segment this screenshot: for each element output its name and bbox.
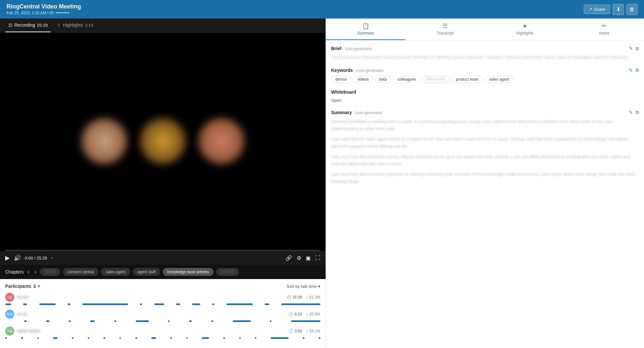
summary-para-1: Luke said that the sales agent would do … — [331, 136, 639, 150]
talk-track-2 — [5, 320, 320, 322]
chapter-chip-5[interactable]: •••••••••• — [216, 268, 239, 276]
participant-time-2: 🕐 6:29 — [288, 312, 302, 316]
header: RingCentral Video Meeting Feb 25, 2023, … — [0, 0, 644, 19]
download-icon: ⬇ — [616, 6, 621, 12]
participant-info-1: LB ••• •••• 🕐 15:38 ○ 61.3% — [5, 293, 320, 302]
participant-row: NW ••• ••• 🕐 6:29 ○ 25.5% — [5, 310, 320, 322]
keywords-actions: ✎ ⧉ — [629, 67, 639, 73]
brief-actions: ✎ ⧉ — [629, 46, 639, 51]
download-button[interactable]: ⬇ — [613, 4, 624, 15]
chapter-chip-4[interactable]: knowledge base articles — [163, 268, 214, 276]
keywords-copy-button[interactable]: ⧉ — [636, 67, 639, 73]
play-icon: ▶ — [5, 254, 10, 261]
tab-transcript[interactable]: ☰ Transcript — [405, 19, 485, 40]
circle-icon-2: ○ — [306, 312, 308, 316]
participants-dropdown[interactable]: ▾ — [38, 284, 40, 288]
notes-tab-label: Notes — [599, 31, 609, 35]
chapters-label: Chapters — [5, 269, 24, 274]
link-icon: 🔗 — [286, 255, 292, 261]
highlights-tab-label: Highlights — [63, 22, 83, 28]
brief-section: Brief Auto-generated ✎ ⧉ The participant… — [331, 46, 639, 61]
brief-text: The participants discussed several produ… — [331, 54, 639, 61]
summary-section: Summary Auto-generated ✎ ⧉ Thomas schedu… — [331, 110, 639, 185]
video-title-blurred: • — [51, 256, 282, 261]
talk-track-1 — [5, 303, 320, 305]
brief-header: Brief Auto-generated ✎ ⧉ — [331, 46, 639, 51]
right-panel: 📋 Summary ☰ Transcript ★ Highlights ✏ No… — [326, 19, 644, 348]
avatar-2 — [140, 118, 186, 164]
avatar-1 — [81, 118, 127, 164]
tab-bar: ⊡ Recording 25:29 ☆ Highlights 3:13 — [0, 19, 326, 33]
play-button[interactable]: ▶ — [5, 254, 10, 261]
chapter-next[interactable]: › — [33, 269, 37, 275]
sort-chevron-icon: ▾ — [318, 284, 320, 289]
pip-icon: ▣ — [306, 255, 311, 261]
clock-icon-2: 🕐 — [288, 312, 293, 316]
whiteboard-open-link[interactable]: Open — [331, 98, 342, 103]
share-icon: ↗ — [589, 7, 592, 12]
trash-icon: 🗑 — [629, 7, 635, 12]
summary-tab-icon: 📋 — [362, 22, 369, 30]
keyword-chip-2: beta — [375, 76, 391, 83]
clock-icon-1: 🕐 — [287, 295, 291, 300]
gear-icon: ⚙ — [297, 255, 301, 261]
tab-highlights[interactable]: ★ Highlights — [485, 19, 565, 40]
header-actions: ↗ Share ⬇ 🗑 — [584, 4, 637, 15]
tab-summary[interactable]: 📋 Summary — [326, 19, 405, 40]
circle-icon-1: ○ — [306, 295, 308, 300]
link-button[interactable]: 🔗 — [286, 255, 292, 261]
summary-actions: ✎ ⧉ — [629, 110, 639, 115]
pip-button[interactable]: ▣ — [306, 255, 311, 261]
highlights-tab-duration: 3:13 — [85, 23, 93, 28]
tab-notes[interactable]: ✏ Notes — [565, 19, 644, 40]
recording-tab-icon: ⊡ — [8, 22, 12, 28]
keywords-edit-button[interactable]: ✎ — [629, 67, 633, 73]
participant-avatar-1: LB — [5, 293, 14, 302]
participant-pct-3: ○ 15.1% — [306, 329, 320, 333]
participant-left-2: NW ••• ••• — [5, 310, 27, 319]
participant-stats-1: 🕐 15:38 ○ 61.3% — [287, 295, 320, 300]
participant-stats-2: 🕐 6:29 ○ 25.5% — [288, 312, 320, 316]
right-tabs: 📋 Summary ☰ Transcript ★ Highlights ✏ No… — [326, 19, 644, 40]
video-controls: ▶ 🔊 0:00 / 25:29 • 🔗 ⚙ ▣ — [0, 251, 326, 265]
chapter-chip-2[interactable]: sales agent — [101, 268, 130, 276]
summary-copy-button[interactable]: ⧉ — [636, 110, 639, 115]
chapter-chip-3[interactable]: agent stuff — [133, 268, 160, 276]
whiteboard-title: Whiteboard — [331, 89, 356, 95]
summary-para-0: Thomas scheduled a meeting with a couple… — [331, 118, 639, 132]
fullscreen-icon: ⛶ — [315, 255, 320, 261]
chapters-bar: Chapters ‹ › •••••••• connect central sa… — [0, 265, 326, 279]
participant-name-2: ••• ••• — [17, 312, 27, 317]
summary-edit-button[interactable]: ✎ — [629, 110, 633, 115]
sort-by-button[interactable]: Sort by talk time ▾ — [287, 284, 320, 289]
avatar-3 — [199, 118, 244, 164]
settings-button[interactable]: ⚙ — [297, 255, 301, 261]
brief-title: Brief Auto-generated — [331, 46, 372, 51]
avatars-row — [81, 118, 244, 164]
right-content: Brief Auto-generated ✎ ⧉ The participant… — [326, 40, 644, 348]
participant-info-3: TW ••••••• •••••••• 🕐 3:50 ○ 15.1% — [5, 327, 320, 336]
recording-tab-duration: 25:29 — [37, 23, 48, 28]
video-ctrl-right: 🔗 ⚙ ▣ ⛶ — [286, 255, 320, 261]
tab-recording[interactable]: ⊡ Recording 25:29 — [5, 19, 51, 32]
participant-row: LB ••• •••• 🕐 15:38 ○ 61.3% — [5, 293, 320, 305]
participant-left-1: LB ••• •••• — [5, 293, 28, 302]
brief-edit-button[interactable]: ✎ — [629, 46, 633, 51]
keyword-chip-3: colleagues — [393, 76, 420, 83]
fullscreen-button[interactable]: ⛶ — [315, 255, 320, 261]
chapter-chip-1[interactable]: connect central — [63, 268, 98, 276]
participants-header: Participants 3 ▾ Sort by talk time ▾ — [5, 284, 320, 289]
chapter-prev[interactable]: ‹ — [26, 269, 31, 275]
share-button[interactable]: ↗ Share — [584, 5, 610, 14]
tab-highlights[interactable]: ☆ Highlights 3:13 — [53, 19, 96, 32]
chapter-chip-0[interactable]: •••••••• — [40, 268, 60, 276]
delete-button[interactable]: 🗑 — [626, 4, 637, 15]
keywords-wrap: demos videos beta colleagues •••••••••••… — [331, 76, 639, 83]
brief-copy-button[interactable]: ⧉ — [636, 46, 639, 51]
participant-avatar-2: NW — [5, 310, 14, 319]
participant-pct-1: ○ 61.3% — [306, 295, 320, 300]
participants-title: Participants 3 ▾ — [5, 284, 40, 289]
participants-panel: Participants 3 ▾ Sort by talk time ▾ LB — [0, 279, 326, 348]
video-area — [0, 33, 326, 250]
volume-button[interactable]: 🔊 — [14, 254, 21, 261]
